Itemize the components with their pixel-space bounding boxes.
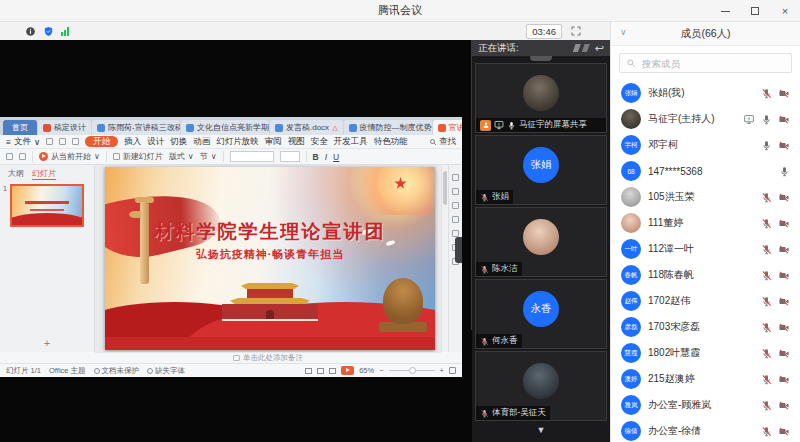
microphone-muted-icon[interactable] bbox=[761, 244, 772, 255]
notes-bar[interactable]: 单击此处添加备注 bbox=[95, 352, 441, 363]
missing-font-status[interactable]: 缺失字体 bbox=[147, 366, 185, 376]
panel-shapes-icon[interactable] bbox=[452, 202, 459, 209]
microphone-muted-icon[interactable] bbox=[761, 296, 772, 307]
file-menu[interactable]: ≡ 文件 ∨ bbox=[6, 136, 40, 148]
reading-view-icon[interactable] bbox=[329, 368, 336, 374]
menu-insert[interactable]: 插入 bbox=[124, 136, 141, 148]
meeting-info-icon[interactable] bbox=[25, 26, 36, 37]
member-row[interactable]: 68 147****5368 bbox=[611, 158, 800, 184]
wps-tab-doc[interactable]: 疫情防控—制度优势 △ bbox=[344, 120, 432, 135]
close-button[interactable]: × bbox=[770, 0, 800, 22]
menu-review[interactable]: 审阅 bbox=[265, 136, 282, 148]
camera-off-icon[interactable] bbox=[778, 348, 790, 359]
protection-status[interactable]: 文档未保护 bbox=[94, 366, 140, 376]
camera-off-icon[interactable] bbox=[778, 192, 790, 203]
normal-view-icon[interactable] bbox=[305, 368, 312, 374]
microphone-muted-icon[interactable] bbox=[761, 400, 772, 411]
panel-collapse-handle[interactable] bbox=[455, 237, 462, 263]
gallery-view-icon[interactable] bbox=[582, 44, 590, 52]
member-search-box[interactable] bbox=[619, 53, 792, 73]
add-slide-button[interactable]: + bbox=[0, 338, 94, 349]
zoom-in-button[interactable]: + bbox=[440, 366, 444, 375]
panel-transition-icon[interactable] bbox=[452, 188, 459, 195]
camera-off-icon[interactable] bbox=[778, 374, 790, 385]
slides-tab[interactable]: 幻灯片 bbox=[32, 168, 56, 180]
microphone-muted-icon[interactable] bbox=[761, 88, 772, 99]
member-row[interactable]: 赵伟 1702赵伟 bbox=[611, 288, 800, 314]
slide-canvas[interactable]: 材料学院学生理论宣讲团 弘扬抗疫精神·畅谈青年担当 bbox=[95, 165, 441, 352]
video-tile[interactable]: 永香 何永香 bbox=[475, 279, 607, 349]
member-row[interactable]: 徐倩 办公室-徐倩 bbox=[611, 418, 800, 442]
print-icon[interactable] bbox=[59, 138, 66, 145]
microphone-muted-icon[interactable] bbox=[761, 192, 772, 203]
menu-animation[interactable]: 动画 bbox=[193, 136, 210, 148]
back-arrow-icon[interactable]: ↩ bbox=[595, 43, 604, 53]
zoom-slider-knob[interactable] bbox=[409, 367, 416, 374]
security-shield-icon[interactable] bbox=[43, 26, 54, 37]
wps-tab-doc[interactable]: 稿定设计 bbox=[38, 120, 91, 135]
font-family-box[interactable] bbox=[230, 151, 274, 162]
undo-icon[interactable] bbox=[72, 138, 79, 145]
theme-name[interactable]: Office 主题 bbox=[49, 366, 86, 376]
camera-off-icon[interactable] bbox=[778, 140, 790, 151]
panel-animation-icon[interactable] bbox=[452, 174, 459, 181]
menu-slideshow[interactable]: 幻灯片放映 bbox=[216, 136, 259, 148]
microphone-muted-icon[interactable] bbox=[761, 348, 772, 359]
fit-slide-icon[interactable] bbox=[449, 367, 456, 374]
wps-tab-doc[interactable]: 发言稿.docx △ bbox=[270, 120, 343, 135]
member-row[interactable]: 澳婷 215赵澳婷 bbox=[611, 366, 800, 392]
slideshow-button[interactable] bbox=[341, 366, 354, 375]
zoom-slider[interactable] bbox=[389, 370, 435, 371]
menu-view[interactable]: 视图 bbox=[288, 136, 305, 148]
search-input[interactable] bbox=[640, 57, 770, 70]
camera-off-icon[interactable] bbox=[778, 322, 790, 333]
camera-off-icon[interactable] bbox=[778, 270, 790, 281]
microphone-muted-icon[interactable] bbox=[761, 322, 772, 333]
member-row[interactable]: 慧霞 1802叶慧霞 bbox=[611, 340, 800, 366]
menu-features[interactable]: 特色功能 bbox=[374, 136, 408, 148]
screen-share-icon[interactable] bbox=[743, 114, 755, 125]
layout-button[interactable]: 版式 ∨ bbox=[169, 151, 194, 162]
menu-start[interactable]: 开始 bbox=[85, 136, 118, 147]
video-tile[interactable]: 陈水洁 bbox=[475, 207, 607, 277]
play-from-current-button[interactable]: 从当前开始 ∨ bbox=[39, 151, 100, 162]
member-row[interactable]: 春帆 118陈春帆 bbox=[611, 262, 800, 288]
minimize-button[interactable] bbox=[710, 0, 740, 22]
member-row[interactable]: 一叶 112谭一叶 bbox=[611, 236, 800, 262]
underline-button[interactable]: U bbox=[333, 152, 339, 162]
gallery-view-icon[interactable] bbox=[573, 44, 581, 52]
microphone-muted-icon[interactable] bbox=[761, 374, 772, 385]
camera-off-icon[interactable] bbox=[778, 88, 790, 99]
microphone-muted-icon[interactable] bbox=[761, 426, 772, 437]
format-painter-icon[interactable] bbox=[19, 153, 26, 160]
sorter-view-icon[interactable] bbox=[317, 368, 324, 374]
panel-chart-icon[interactable] bbox=[452, 216, 459, 223]
member-row[interactable]: 彦磊 1703宋彦磊 bbox=[611, 314, 800, 340]
bold-button[interactable]: B bbox=[313, 152, 319, 162]
video-tile[interactable]: 体育部-吴征天 bbox=[475, 351, 607, 421]
outline-tab[interactable]: 大纲 bbox=[8, 168, 24, 180]
wps-tab-doc[interactable]: 文化自信点亮新学期 △ bbox=[181, 120, 269, 135]
new-slide-button[interactable]: 新建幻灯片 bbox=[113, 151, 163, 162]
microphone-muted-icon[interactable] bbox=[761, 270, 772, 281]
collapse-panel-icon[interactable]: ∨ bbox=[620, 27, 627, 37]
member-row[interactable]: 雅岚 办公室-顾雅岚 bbox=[611, 392, 800, 418]
microphone-icon[interactable] bbox=[761, 114, 772, 125]
menu-security[interactable]: 安全 bbox=[311, 136, 328, 148]
video-tile-sharer[interactable]: 马征宇的屏幕共享 bbox=[475, 63, 607, 133]
camera-off-icon[interactable] bbox=[778, 426, 790, 437]
italic-button[interactable]: I bbox=[325, 152, 327, 162]
wps-tab-home[interactable]: 首页 bbox=[3, 120, 37, 135]
microphone-icon[interactable] bbox=[761, 140, 772, 151]
microphone-muted-icon[interactable] bbox=[761, 218, 772, 229]
slide-1-thumbnail[interactable] bbox=[10, 184, 84, 227]
scroll-down-arrow[interactable]: ▼ bbox=[472, 421, 610, 435]
microphone-icon[interactable] bbox=[779, 166, 790, 177]
camera-off-icon[interactable] bbox=[778, 244, 790, 255]
member-row[interactable]: 105洪玉荣 bbox=[611, 184, 800, 210]
wps-tab-doc[interactable]: 陈雨荷-宣讲稿三改稿 △ bbox=[92, 120, 180, 135]
camera-off-icon[interactable] bbox=[778, 400, 790, 411]
menu-transition[interactable]: 切换 bbox=[170, 136, 187, 148]
maximize-button[interactable] bbox=[740, 0, 770, 22]
zoom-level[interactable]: 65% bbox=[359, 366, 374, 375]
